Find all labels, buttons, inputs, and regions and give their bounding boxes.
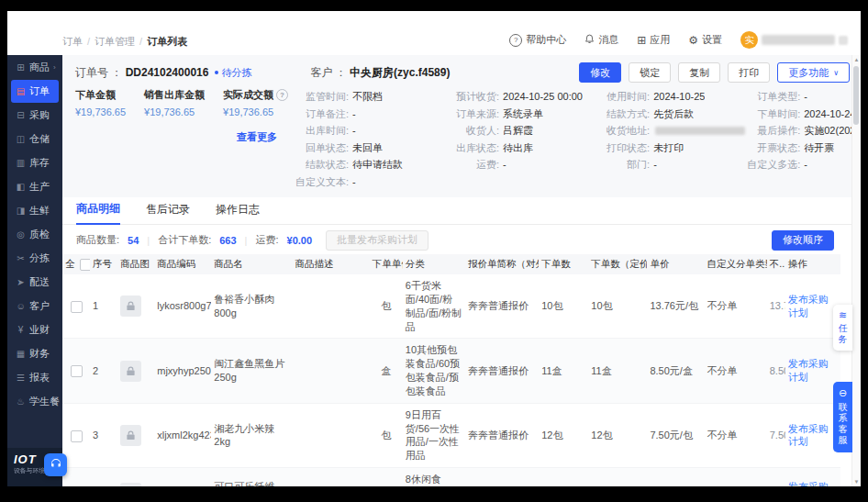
header-order-unit: 下单单位: [370, 254, 403, 274]
messages-button[interactable]: 消息: [584, 33, 618, 47]
question-circle-icon[interactable]: ?: [276, 89, 288, 101]
header-category: 分类: [403, 254, 465, 274]
info-label: 预计收货:: [444, 88, 499, 106]
sidebar-item-label: 配送: [29, 275, 50, 289]
logo-mark: [13, 41, 20, 49]
divider: |: [147, 235, 150, 246]
logo-mark: [22, 41, 29, 49]
tab-product-details[interactable]: 商品明细: [76, 201, 120, 225]
batch-publish-purchase-plan-button[interactable]: 批量发布采购计划: [326, 230, 428, 251]
order-amount: 下单金额 ¥19,736.65: [75, 88, 126, 117]
row-index: 3: [90, 403, 117, 467]
info-label: 部门:: [595, 156, 650, 173]
header-order-qty-price-unit: 下单数（定价单位）: [588, 254, 647, 274]
row-index: 1: [90, 274, 117, 339]
sidebar-item-报表[interactable]: ☰ 报表: [11, 366, 59, 389]
breadcrumb-orders[interactable]: 订单: [62, 36, 83, 47]
order-info-row: 运费: -: [444, 156, 595, 173]
customer-label: 客户: [310, 65, 332, 81]
product-category: 10其他预包装食品/60预包装食品/预包装食品: [403, 339, 465, 403]
publish-purchase-plan-link[interactable]: 发布采购计划: [788, 358, 829, 383]
unit-price: 4.89元/瓶: [647, 468, 704, 486]
table-header-row: 全 序号 商品图 商品编码 商品名 商品描述 下单单位 分类 报价单简称（对外）…: [62, 254, 840, 274]
view-more-link[interactable]: 查看更多: [75, 130, 294, 144]
info-label: 回单状态:: [294, 139, 349, 157]
sidebar-item-采购[interactable]: ⊟ 采购: [11, 104, 59, 127]
sidebar-item-仓储[interactable]: ◫ 仓储: [11, 128, 59, 151]
settings-button[interactable]: ⚙ 设置: [688, 33, 722, 47]
product-image-placeholder[interactable]: [120, 361, 141, 382]
publish-purchase-plan-link[interactable]: 发布采购计划: [788, 481, 829, 486]
sidebar-item-label: 客户: [29, 299, 50, 313]
tab-after-sales[interactable]: 售后记录: [146, 202, 190, 224]
sidebar-item-业财[interactable]: ¥ 业财: [11, 318, 59, 341]
divider: |: [245, 235, 248, 246]
scroll-up-arrow-icon[interactable]: ▲: [852, 57, 861, 62]
avatar[interactable]: 实: [740, 31, 758, 49]
sidebar-item-库存[interactable]: ▥ 库存: [11, 151, 59, 174]
publish-purchase-plan-link[interactable]: 发布采购计划: [788, 423, 829, 448]
row-checkbox[interactable]: [71, 301, 83, 313]
sidebar-item-订单[interactable]: ▤ 订单: [11, 80, 59, 103]
scrollbar-thumb[interactable]: [853, 66, 859, 125]
order-amount-label: 下单金额: [75, 88, 126, 102]
info-value: -: [352, 106, 356, 123]
sidebar-item-质检[interactable]: ◎ 质检: [11, 223, 59, 246]
split-type-label: 自定义分单类型: [707, 258, 767, 269]
breadcrumb-order-management[interactable]: 订单管理: [95, 36, 135, 47]
modify-sequence-button[interactable]: 修改顺序: [772, 230, 834, 251]
logo-mark: [7, 41, 11, 49]
sidebar-item-财务[interactable]: ▦ 财务: [11, 342, 59, 365]
order-unit: 瓶: [370, 468, 403, 486]
sidebar-item-生产[interactable]: ◧ 生产: [11, 175, 59, 198]
row-checkbox[interactable]: [71, 365, 83, 377]
order-info-row: 收货人: 吕辉霞: [444, 122, 595, 139]
qty-label: 商品数量:: [76, 233, 119, 247]
product-image-placeholder[interactable]: [120, 296, 141, 317]
copy-button[interactable]: 复制: [678, 62, 720, 83]
sidebar-item-学生餐[interactable]: ♨ 学生餐: [11, 390, 59, 413]
sidebar-item-生鲜[interactable]: ◨ 生鲜: [11, 199, 59, 222]
customer-service-chat-button[interactable]: [44, 453, 67, 476]
product-code: C12220918: [154, 468, 211, 486]
header-unit-price: 单价: [647, 254, 704, 274]
sidebar-item-分拣[interactable]: ✂ 分拣: [11, 247, 59, 270]
order-amount-value: ¥19,736.65: [75, 106, 126, 117]
product-code: xljxml2kg4239: [154, 403, 211, 467]
order-items-table: 全 序号 商品图 商品编码 商品名 商品描述 下单单位 分类 报价单简称（对外）…: [62, 254, 852, 486]
sidebar-item-配送[interactable]: ➤ 配送: [11, 271, 59, 294]
vertical-scrollbar[interactable]: ▲ ▼: [851, 55, 861, 486]
product-name: 鲁裕香小酥肉800g: [211, 274, 292, 339]
product-image-placeholder[interactable]: [120, 483, 141, 486]
product-category: 6干货米面/40面/粉制品/面/粉制品: [403, 274, 465, 339]
colon: ：: [108, 65, 126, 81]
publish-purchase-plan-link[interactable]: 发布采购计划: [788, 294, 829, 318]
order-no-label: 订单号: [75, 65, 108, 81]
scroll-down-arrow-icon[interactable]: ▼: [852, 479, 861, 485]
lock-button[interactable]: 锁定: [629, 62, 671, 83]
more-functions-button[interactable]: 更多功能 ∨: [777, 62, 850, 83]
header-split-type: 自定义分单类型?: [705, 254, 767, 274]
order-info-row: 出库时间: -: [294, 122, 444, 139]
apps-button[interactable]: ⊞ 应用: [637, 33, 670, 47]
tab-operation-log[interactable]: 操作日志: [216, 202, 260, 224]
user-name-redacted: [762, 35, 835, 45]
user-account[interactable]: 实: [740, 31, 848, 49]
truncated-value: 7.50: [767, 403, 785, 467]
modify-button[interactable]: 修改: [579, 62, 621, 83]
split-type: 不分单: [705, 339, 767, 403]
table-row: 2 mjxyhyp250g9196 闽江鑫鱼黑鱼片250g 盒 10其他预包装食…: [62, 339, 840, 403]
goods-icon: ⊞: [16, 62, 26, 73]
brand-logo: [7, 41, 39, 49]
sidebar-item-客户[interactable]: ☺ 客户: [11, 295, 59, 318]
print-button[interactable]: 打印: [728, 62, 770, 83]
order-info-grid: 监管时间: 不限档 订单备注: - 出库时间: - 回单状态: 未回单 结款状态…: [294, 88, 861, 190]
tasks-floating-tab[interactable]: ≋ 任务: [833, 305, 852, 351]
row-checkbox[interactable]: [71, 430, 83, 442]
help-center-button[interactable]: ? 帮助中心: [509, 33, 566, 47]
contact-service-floating-tab[interactable]: ⊖ 联系客服: [833, 382, 852, 452]
select-all-checkbox[interactable]: [80, 259, 91, 271]
sidebar-item-商品[interactable]: ⊞ 商品 ›: [11, 56, 59, 79]
product-image-placeholder[interactable]: [120, 425, 141, 446]
order-qty-price-unit: 11盒: [588, 339, 647, 403]
